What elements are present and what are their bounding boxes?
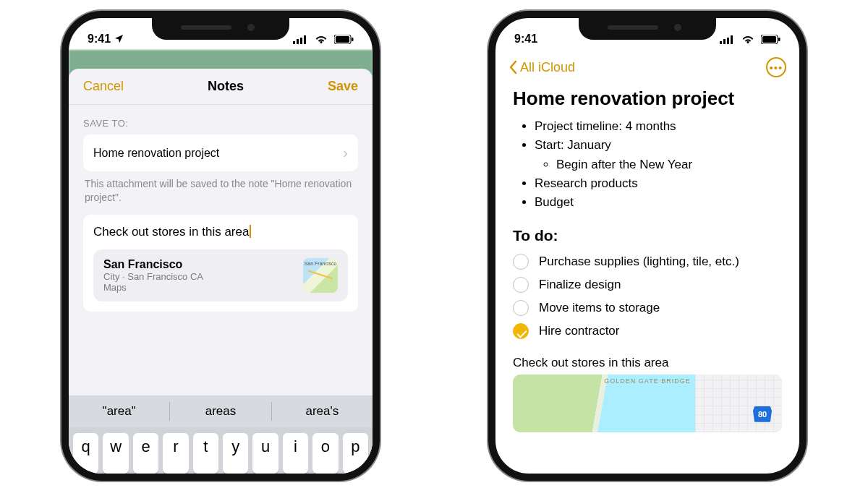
checkbox-empty-icon[interactable]	[513, 254, 529, 270]
key-y[interactable]: y	[223, 433, 248, 474]
svg-rect-3	[304, 35, 306, 44]
note-preview-card: Check out stores in this area San Franci…	[83, 215, 358, 312]
key-t[interactable]: t	[193, 433, 218, 474]
svg-rect-12	[762, 36, 776, 43]
suggestion-2[interactable]: areas	[170, 404, 271, 419]
key-e[interactable]: e	[133, 433, 158, 474]
bullet-list[interactable]: Project timeline: 4 months Start: Januar…	[495, 117, 799, 213]
bullet-item[interactable]: Research products	[535, 174, 799, 193]
location-icon	[114, 33, 124, 44]
keyboard[interactable]: "area" areas area's q w e r t y u i o p	[69, 395, 373, 474]
note-text-input[interactable]: Check out stores in this area	[93, 225, 348, 239]
key-w[interactable]: w	[103, 433, 128, 474]
svg-rect-0	[293, 41, 295, 44]
phone-share-sheet: 9:41 Cancel Notes Save SAVE TO: Home ren…	[61, 11, 380, 481]
help-text: This attachment will be saved to the not…	[85, 177, 357, 205]
status-time: 9:41	[514, 33, 537, 46]
notch	[152, 18, 289, 40]
wifi-icon	[315, 35, 328, 44]
status-indicators	[289, 33, 354, 46]
cellular-icon	[720, 35, 734, 44]
status-time: 9:41	[88, 33, 124, 46]
cancel-button[interactable]: Cancel	[83, 79, 124, 94]
chevron-right-icon: ›	[343, 145, 348, 161]
note-body-text[interactable]: Check out stores in this area	[495, 343, 799, 374]
attachment-subtitle: City · San Francisco CA	[103, 271, 203, 282]
bullet-item[interactable]: Project timeline: 4 months	[535, 117, 799, 136]
todo-item[interactable]: Hire contractor	[495, 320, 799, 343]
svg-rect-13	[778, 38, 780, 41]
svg-rect-2	[300, 38, 302, 44]
checkbox-checked-icon[interactable]	[513, 323, 529, 339]
suggestion-3[interactable]: area's	[272, 404, 373, 419]
key-r[interactable]: r	[163, 433, 188, 474]
svg-rect-6	[352, 38, 354, 41]
todo-item[interactable]: Purchase supplies (lighting, tile, etc.)	[495, 250, 799, 273]
suggestion-1[interactable]: "area"	[69, 404, 169, 419]
notch	[579, 18, 716, 40]
svg-rect-5	[336, 36, 349, 43]
key-p[interactable]: p	[343, 433, 368, 474]
destination-name: Home renovation project	[93, 147, 219, 160]
save-button[interactable]: Save	[328, 79, 358, 94]
attachment-title: San Francisco	[103, 258, 203, 271]
checkbox-empty-icon[interactable]	[513, 300, 529, 316]
key-u[interactable]: u	[252, 433, 278, 474]
back-button[interactable]: All iCloud	[509, 60, 575, 75]
key-i[interactable]: i	[283, 433, 308, 474]
attachment-card[interactable]: San Francisco City · San Francisco CA Ma…	[93, 249, 348, 301]
battery-icon	[761, 35, 780, 44]
svg-rect-9	[727, 38, 729, 44]
phone-note-detail: 9:41 All iCloud ••• Home renovation proj…	[488, 11, 807, 481]
svg-rect-1	[297, 39, 299, 44]
map-label: GOLDEN GATE BRIDGE	[604, 377, 690, 385]
more-button[interactable]: •••	[766, 57, 786, 77]
svg-rect-7	[720, 41, 722, 44]
todo-item[interactable]: Finalize design	[495, 273, 799, 296]
keyboard-row[interactable]: q w e r t y u i o p	[69, 427, 373, 474]
ellipsis-icon: •••	[770, 61, 783, 74]
checkbox-empty-icon[interactable]	[513, 277, 529, 293]
bullet-item[interactable]: Budget	[535, 193, 799, 212]
note-title[interactable]: Home renovation project	[495, 83, 799, 117]
destination-row[interactable]: Home renovation project ›	[83, 134, 358, 171]
map-thumbnail: San Francisco	[303, 258, 338, 293]
todo-heading[interactable]: To do:	[495, 213, 799, 250]
key-q[interactable]: q	[73, 433, 98, 474]
bullet-item[interactable]: Start: January Begin after the New Year	[535, 136, 799, 174]
keyboard-suggestions[interactable]: "area" areas area's	[69, 395, 373, 427]
saveto-label: SAVE TO:	[83, 118, 358, 129]
cellular-icon	[293, 35, 307, 44]
chevron-left-icon	[509, 60, 517, 74]
share-sheet: Cancel Notes Save SAVE TO: Home renovati…	[69, 69, 373, 474]
todo-item[interactable]: Move items to storage	[495, 296, 799, 320]
sheet-title: Notes	[208, 79, 244, 94]
attachment-source: Maps	[103, 282, 203, 293]
key-o[interactable]: o	[312, 433, 338, 474]
svg-rect-8	[723, 39, 726, 44]
sub-bullet-item[interactable]: Begin after the New Year	[556, 155, 799, 174]
svg-rect-10	[731, 35, 733, 44]
map-attachment[interactable]: GOLDEN GATE BRIDGE 80	[513, 374, 782, 432]
status-indicators	[716, 33, 780, 46]
interstate-shield-icon: 80	[753, 406, 772, 422]
wifi-icon	[741, 35, 754, 44]
battery-icon	[334, 35, 354, 44]
